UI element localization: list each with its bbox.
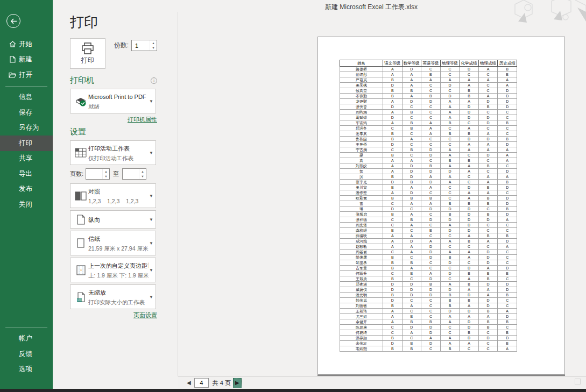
grade-cell: C: [498, 190, 517, 196]
sidebar-item-home[interactable]: 开始: [0, 37, 53, 52]
table-row: 刘慕皎ADBAABC: [340, 163, 517, 169]
grade-cell: A: [478, 77, 498, 83]
sidebar-item-account[interactable]: 帐户: [0, 331, 53, 347]
grade-cell: A: [421, 185, 441, 190]
grade-cell: C: [498, 131, 517, 137]
grade-cell: B: [498, 72, 517, 77]
print-area-select[interactable]: 打印活动工作表 仅打印活动工作表 ▼: [70, 140, 156, 165]
grade-cell: D: [478, 120, 498, 126]
pages-to-increment-icon[interactable]: ▲: [139, 169, 146, 174]
grade-cell: D: [421, 255, 441, 260]
student-name-cell: 何易绮: [340, 330, 383, 336]
chevron-down-icon: ▼: [149, 295, 153, 300]
grade-cell: B: [421, 228, 441, 233]
grade-cell: C: [421, 142, 441, 147]
sidebar-item-export[interactable]: 导出: [0, 166, 53, 182]
info-icon[interactable]: i: [151, 77, 157, 84]
printer-properties-link[interactable]: 打印机属性: [70, 116, 157, 124]
table-row: 沧享其BCABBAC: [340, 131, 517, 137]
grade-cell: A: [440, 223, 460, 228]
pages-to-input[interactable]: [123, 169, 139, 179]
grade-cell: C: [498, 325, 517, 330]
grade-cell: B: [440, 158, 460, 163]
grade-cell: C: [498, 260, 517, 266]
table-header-cell: 化学成绩: [460, 60, 479, 67]
table-row: 贺ADDDACD: [340, 169, 517, 174]
sidebar-item-save-as[interactable]: 另存为: [0, 120, 53, 136]
table-header-cell: 数学等级: [402, 60, 421, 67]
grade-cell: B: [402, 126, 421, 131]
grade-cell: C: [402, 298, 421, 303]
sidebar-item-info[interactable]: 信息: [0, 90, 53, 105]
copies-increment-icon[interactable]: ▲: [150, 40, 157, 46]
sidebar-item-close[interactable]: 关闭: [0, 197, 53, 212]
sidebar-item-feedback[interactable]: 反馈: [0, 346, 53, 362]
grade-cell: A: [460, 163, 479, 169]
grade-cell: C: [478, 126, 498, 131]
grade-cell: A: [383, 110, 403, 115]
sidebar-item-print[interactable]: 打印: [0, 136, 53, 151]
table-row: 尤三姐ABCAAAD: [340, 314, 517, 319]
table-row: 潘元明BDDBDAB: [340, 293, 517, 298]
paper-size-line1: 信纸: [88, 236, 100, 242]
back-button[interactable]: [6, 14, 20, 28]
copies-input[interactable]: [132, 40, 150, 51]
copies-stepper[interactable]: ▲ ▼: [131, 40, 157, 51]
pages-label: 页数:: [70, 170, 83, 178]
grade-cell: D: [478, 217, 498, 223]
copies-decrement-icon[interactable]: ▼: [150, 46, 157, 51]
pages-to-stepper[interactable]: ▲ ▼: [122, 168, 146, 180]
grade-cell: A: [460, 341, 479, 346]
grade-cell: D: [460, 223, 479, 228]
grade-cell: B: [498, 319, 517, 325]
grade-cell: A: [440, 99, 460, 104]
grade-cell: B: [383, 260, 403, 266]
table-row: 郑夜洲DDBABDD: [340, 282, 517, 287]
orientation-select[interactable]: 纵向 ▼: [70, 210, 156, 229]
pages-from-input[interactable]: [86, 169, 102, 179]
next-page-button[interactable]: ▶: [233, 378, 242, 388]
grade-cell: C: [478, 223, 498, 228]
sidebar-item-share[interactable]: 共享: [0, 151, 53, 167]
sidebar-item-new[interactable]: 新建: [0, 52, 53, 68]
zoom-to-page-icon[interactable]: [575, 379, 581, 384]
pages-to-decrement-icon[interactable]: ▼: [139, 174, 146, 180]
collate-select[interactable]: 对照 1,2,3 1,2,3 1,2,3 ▼: [70, 183, 156, 208]
margins-select[interactable]: 上一次的自定义页边距设置 上: 1.9 厘米 下: 1.9 厘米... ▼: [70, 258, 156, 282]
sidebar-item-save[interactable]: 保存: [0, 105, 53, 120]
student-name-cell: 韦炜熙: [340, 346, 383, 352]
grade-cell: B: [402, 319, 421, 325]
scaling-select[interactable]: 100 无缩放 打印实际大小的工作表 ▼: [70, 284, 156, 309]
pages-from-increment-icon[interactable]: ▲: [103, 169, 109, 174]
grade-cell: C: [421, 303, 441, 309]
grade-cell: D: [402, 174, 421, 180]
grade-cell: A: [440, 174, 460, 180]
grade-cell: B: [383, 266, 403, 271]
grade-cell: C: [421, 298, 441, 303]
grade-cell: A: [498, 309, 517, 314]
grade-cell: C: [402, 255, 421, 260]
current-page-input[interactable]: [194, 378, 209, 388]
student-name-cell: 郑夜洲: [340, 282, 383, 287]
printer-select[interactable]: Microsoft Print to PDF 就绪 ▼: [70, 89, 156, 113]
sidebar-item-open[interactable]: 打开: [0, 67, 53, 83]
table-row: 候真堂BBCCBCD: [340, 88, 517, 94]
previous-page-button[interactable]: ◀: [187, 380, 191, 386]
paper-size-select[interactable]: 信纸 21.59 厘米 x 27.94 厘米 ▼: [70, 231, 156, 255]
sidebar-item-publish[interactable]: 发布: [0, 182, 53, 197]
grade-cell: C: [402, 206, 421, 212]
table-row: 薛编映AACCABB: [340, 233, 517, 239]
page-setup-link[interactable]: 页面设置: [70, 311, 157, 319]
grade-cell: C: [383, 201, 403, 206]
pages-from-stepper[interactable]: ▲ ▼: [86, 168, 110, 180]
sidebar-item-options[interactable]: 选项: [0, 362, 53, 377]
table-row: 余健开ABBADBB: [340, 319, 517, 325]
sidebar-item-label: 信息: [19, 92, 32, 102]
grade-cell: A: [402, 223, 421, 228]
student-name-cell: 路傲桥: [340, 67, 383, 72]
grade-cell: B: [460, 131, 479, 137]
pages-from-decrement-icon[interactable]: ▼: [103, 174, 109, 180]
print-button[interactable]: 打印: [70, 38, 105, 69]
grade-cell: B: [421, 72, 441, 77]
chevron-down-icon: ▼: [149, 217, 153, 222]
